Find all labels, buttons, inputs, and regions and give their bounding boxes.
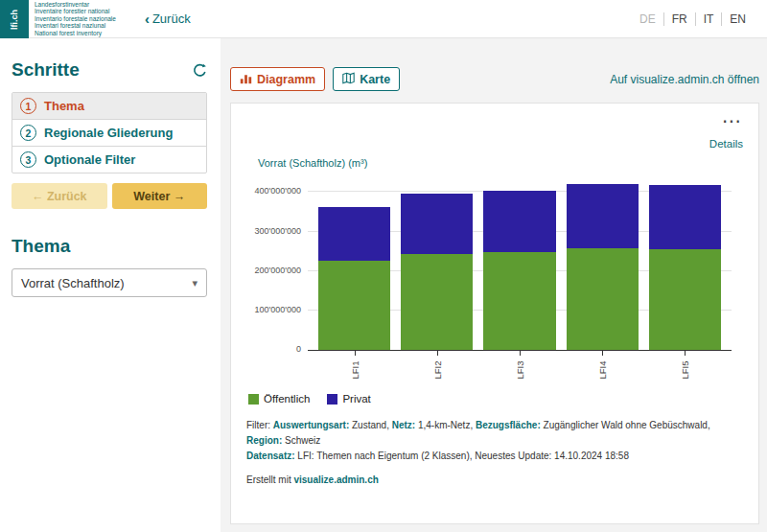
lang-fr[interactable]: FR <box>663 12 695 26</box>
x-tick-label: LFI5 <box>680 360 690 379</box>
bar-segment <box>567 184 639 248</box>
sidebar: Schritte 1 Thema 2 Regionale Gliederung … <box>0 38 221 532</box>
step-number: 1 <box>20 98 36 114</box>
bar-segment <box>567 248 639 350</box>
language-switcher: DE FR IT EN <box>632 12 754 26</box>
lang-en[interactable]: EN <box>721 12 754 26</box>
step-number: 3 <box>20 151 36 168</box>
legend-item: Privat <box>327 393 370 405</box>
footnote-term: Region: <box>246 435 282 446</box>
back-link-label: Zurück <box>152 12 191 26</box>
back-chevron-icon: ‹ <box>145 12 150 26</box>
footnote-term: Bezugsfläche: <box>476 420 541 430</box>
footnote-term: Auswertungsart: <box>273 420 349 430</box>
x-axis: LFI1LFI2LFI3LFI4LFI5 <box>308 351 732 387</box>
chart-card: ⋯ Details Vorrat (Schaftholz) (m³) 0100'… <box>230 103 759 524</box>
steps-list: 1 Thema 2 Regionale Gliederung 3 Optiona… <box>12 92 207 173</box>
org-line: National forest inventory <box>35 30 116 37</box>
details-link[interactable]: Details <box>709 138 743 150</box>
diagram-button[interactable]: Diagramm <box>230 67 325 91</box>
legend-swatch <box>327 394 337 405</box>
legend-swatch <box>248 394 259 405</box>
org-line: Inventari forestal naziunal <box>35 22 116 30</box>
footnote-text: Filter: <box>246 420 273 430</box>
step-optionale-filter[interactable]: 3 Optionale Filter <box>12 146 206 173</box>
step-regionale-gliederung[interactable]: 2 Regionale Gliederung <box>12 119 206 146</box>
chart-icon <box>240 72 252 87</box>
footnote-text: LFI: Themen nach Eigentum (2 Klassen), N… <box>295 451 629 461</box>
thema-select[interactable]: Vorrat (Schaftholz) ▾ <box>12 268 207 297</box>
bar-LFI4 <box>567 180 639 350</box>
steps-title: Schritte <box>12 59 80 81</box>
main-panel: Diagramm Karte Auf visualize.admin.ch öf… <box>221 38 767 532</box>
step-number: 2 <box>20 125 36 141</box>
bar-LFI1 <box>318 180 390 350</box>
bar-segment <box>318 207 390 261</box>
open-visualize-link[interactable]: Auf visualize.admin.ch öffnen <box>610 73 759 86</box>
x-tick <box>355 351 356 356</box>
bar-segment <box>401 194 473 253</box>
bar-LFI3 <box>483 180 555 350</box>
back-button[interactable]: ← Zurück <box>12 183 107 209</box>
legend-label: Privat <box>342 393 370 405</box>
back-link[interactable]: ‹ Zurück <box>145 12 191 26</box>
footnote-text: 1,4-km-Netz, <box>415 420 476 430</box>
step-label: Thema <box>44 99 84 113</box>
org-line: Inventaire forestier national <box>35 8 116 15</box>
bar-LFI5 <box>649 180 721 350</box>
dataset-line: Datensatz: LFI: Themen nach Eigentum (2 … <box>246 449 743 464</box>
org-line: Landesforstinventar <box>35 1 116 9</box>
lang-it[interactable]: IT <box>695 12 722 26</box>
more-menu-icon[interactable]: ⋯ <box>722 115 743 127</box>
x-tick <box>437 351 438 356</box>
x-tick-label: LFI3 <box>515 360 525 379</box>
refresh-icon[interactable] <box>193 63 207 78</box>
filter-line: Filter: Auswertungsart: Zustand, Netz: 1… <box>246 418 743 449</box>
x-tick-label: LFI2 <box>431 360 442 379</box>
chevron-down-icon: ▾ <box>192 277 198 289</box>
footnote-text: Zustand, <box>349 420 391 430</box>
y-axis-title: Vorrat (Schaftholz) (m³) <box>258 157 743 169</box>
header: lfi.ch Landesforstinventar Inventaire fo… <box>0 0 767 38</box>
bar-segment <box>318 261 390 350</box>
diagram-button-label: Diagramm <box>257 73 315 86</box>
chart-legend: ÖffentlichPrivat <box>248 393 743 405</box>
map-button-label: Karte <box>360 73 390 86</box>
created-line: Erstellt mit visualize.admin.ch <box>246 473 743 488</box>
bar-segment <box>483 252 555 350</box>
bar-segment <box>649 249 721 350</box>
step-label: Regionale Gliederung <box>44 126 173 140</box>
footnote-term: visualize.admin.ch <box>293 474 378 485</box>
legend-item: Öffentlich <box>248 393 310 405</box>
bar-LFI2 <box>401 180 473 350</box>
x-tick-label: LFI1 <box>349 360 360 379</box>
content: Schritte 1 Thema 2 Regionale Gliederung … <box>0 38 767 532</box>
toolbar: Diagramm Karte Auf visualize.admin.ch öf… <box>230 67 759 91</box>
chart-footnotes: Filter: Auswertungsart: Zustand, Netz: 1… <box>246 418 743 488</box>
step-label: Optionale Filter <box>44 152 135 167</box>
y-tick-label: 200'000'000 <box>255 266 302 275</box>
step-thema[interactable]: 1 Thema <box>12 93 206 119</box>
bar-segment <box>483 191 555 252</box>
map-icon <box>342 72 355 87</box>
map-button[interactable]: Karte <box>333 67 400 91</box>
bar-segment <box>649 185 721 249</box>
x-tick <box>685 351 686 356</box>
y-tick-label: 0 <box>296 344 301 354</box>
org-line: Inventario forestale nazionale <box>35 15 116 23</box>
next-button[interactable]: Weiter → <box>112 183 208 209</box>
legend-label: Öffentlich <box>264 393 310 405</box>
thema-title: Thema <box>12 236 207 257</box>
x-tick <box>602 351 603 356</box>
x-tick-label: LFI4 <box>597 360 608 379</box>
footnote-text: Zugänglicher Wald ohne Gebüschwald, <box>541 420 710 430</box>
org-name-block: Landesforstinventar Inventaire forestier… <box>35 1 116 37</box>
y-tick-label: 400'000'000 <box>255 186 302 196</box>
y-tick-label: 100'000'000 <box>255 305 302 314</box>
bar-segment <box>401 254 473 350</box>
footnote-term: Netz: <box>392 420 415 430</box>
logo[interactable]: lfi.ch <box>0 0 29 38</box>
x-tick <box>520 351 521 356</box>
footnote-text: Schweiz <box>282 435 320 446</box>
lang-de[interactable]: DE <box>632 12 663 26</box>
